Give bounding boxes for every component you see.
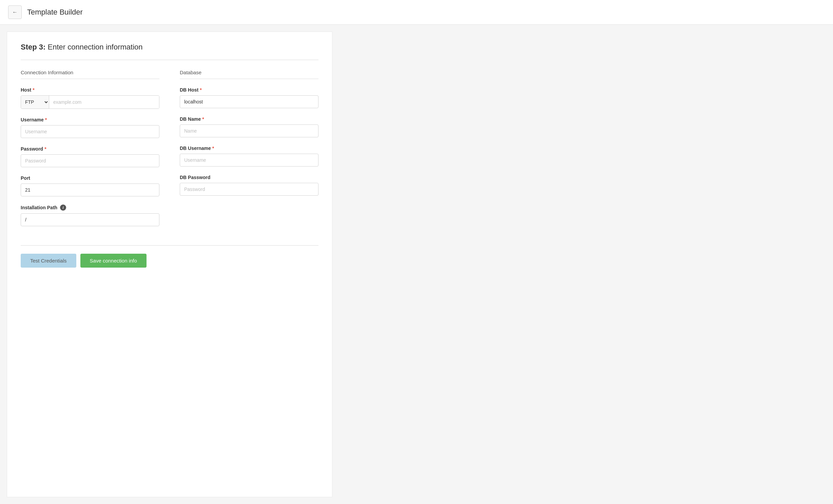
- db-host-group: DB Host *: [180, 87, 318, 108]
- username-label: Username *: [21, 117, 159, 122]
- host-input-wrapper: FTPSFTPHTTPHTTPS: [21, 95, 159, 109]
- db-host-input[interactable]: [180, 95, 318, 108]
- db-host-required-star: *: [200, 87, 201, 93]
- port-label-text: Port: [21, 175, 30, 181]
- connection-heading: Connection Information: [21, 70, 159, 79]
- page-title: Template Builder: [27, 8, 83, 17]
- back-button[interactable]: ←: [8, 5, 22, 19]
- port-input[interactable]: [21, 183, 159, 196]
- header: ← Template Builder: [0, 0, 833, 25]
- db-username-label-text: DB Username: [180, 146, 211, 151]
- db-password-label: DB Password: [180, 175, 318, 180]
- db-password-label-text: DB Password: [180, 175, 210, 180]
- db-username-required-star: *: [212, 146, 214, 151]
- host-group: Host * FTPSFTPHTTPHTTPS: [21, 87, 159, 109]
- host-input[interactable]: [49, 96, 159, 109]
- db-name-input[interactable]: [180, 124, 318, 137]
- password-label-text: Password: [21, 146, 43, 152]
- host-label: Host *: [21, 87, 159, 93]
- db-password-group: DB Password: [180, 175, 318, 196]
- top-divider: [21, 60, 318, 60]
- host-required-star: *: [33, 87, 34, 93]
- db-password-input[interactable]: [180, 183, 318, 196]
- save-connection-button[interactable]: Save connection info: [80, 254, 147, 268]
- page-wrapper: ← Template Builder Step 3: Enter connect…: [0, 0, 833, 504]
- db-host-label: DB Host *: [180, 87, 318, 93]
- installation-path-label: Installation Path i: [21, 205, 159, 211]
- back-arrow-icon: ←: [12, 9, 18, 15]
- db-username-input[interactable]: [180, 154, 318, 167]
- db-name-group: DB Name *: [180, 116, 318, 137]
- port-label: Port: [21, 175, 159, 181]
- database-column: Database DB Host * DB Name *: [180, 70, 318, 234]
- username-required-star: *: [45, 117, 47, 122]
- installation-path-input[interactable]: [21, 213, 159, 226]
- step-description: Enter connection information: [47, 43, 142, 51]
- password-label: Password *: [21, 146, 159, 152]
- db-username-group: DB Username *: [180, 146, 318, 167]
- username-label-text: Username: [21, 117, 44, 122]
- connection-column: Connection Information Host * FTPSFTPHTT…: [21, 70, 159, 234]
- host-label-text: Host: [21, 87, 31, 93]
- db-name-label: DB Name *: [180, 116, 318, 122]
- footer-divider: [21, 245, 318, 246]
- password-required-star: *: [44, 146, 46, 152]
- db-host-label-text: DB Host: [180, 87, 198, 93]
- form-columns: Connection Information Host * FTPSFTPHTT…: [21, 70, 318, 234]
- password-group: Password *: [21, 146, 159, 167]
- port-group: Port: [21, 175, 159, 196]
- footer-buttons: Test Credentials Save connection info: [21, 254, 318, 268]
- installation-path-label-text: Installation Path: [21, 205, 57, 210]
- test-credentials-button[interactable]: Test Credentials: [21, 254, 76, 268]
- step-number: Step 3:: [21, 43, 45, 51]
- db-username-label: DB Username *: [180, 146, 318, 151]
- step-heading: Step 3: Enter connection information: [21, 43, 318, 52]
- info-icon[interactable]: i: [60, 205, 66, 211]
- protocol-select[interactable]: FTPSFTPHTTPHTTPS: [21, 96, 49, 109]
- form-panel: Step 3: Enter connection information Con…: [7, 32, 332, 497]
- db-name-required-star: *: [202, 116, 204, 122]
- main-content: Step 3: Enter connection information Con…: [0, 25, 833, 504]
- database-heading: Database: [180, 70, 318, 79]
- db-name-label-text: DB Name: [180, 116, 201, 122]
- right-panel: [339, 25, 441, 504]
- username-group: Username *: [21, 117, 159, 138]
- username-input[interactable]: [21, 125, 159, 138]
- installation-path-group: Installation Path i: [21, 205, 159, 226]
- password-input[interactable]: [21, 154, 159, 167]
